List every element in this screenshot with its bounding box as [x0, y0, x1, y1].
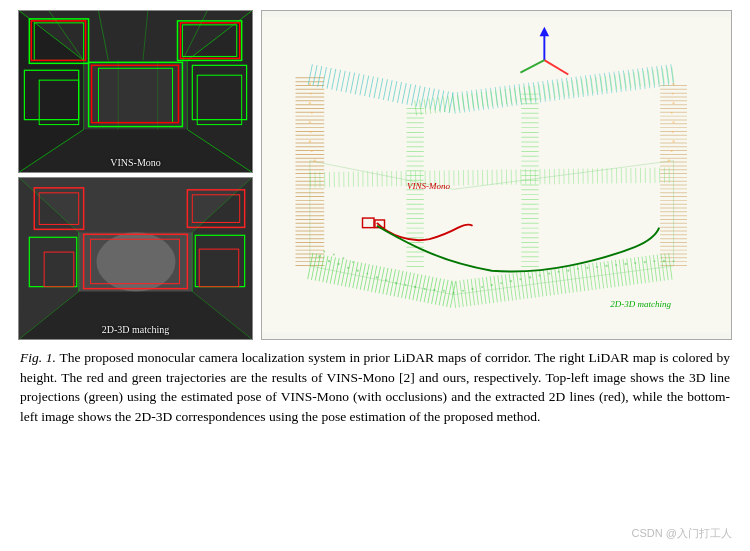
- bottom-left-label: 2D-3D matching: [102, 324, 170, 335]
- lidar-vins-label: VINS-Mono: [407, 181, 450, 191]
- svg-point-83: [366, 273, 368, 275]
- caption-text: Fig. 1. The proposed monocular camera lo…: [20, 348, 730, 426]
- lidar-map: VINS-Mono 2D-3D matching: [262, 11, 731, 339]
- bottom-left-image: 2D-3D matching: [18, 177, 253, 340]
- svg-point-81: [352, 261, 354, 263]
- svg-point-127: [672, 140, 674, 142]
- svg-point-92: [452, 292, 454, 294]
- svg-point-96: [491, 284, 493, 286]
- right-lidar-image: VINS-Mono 2D-3D matching: [261, 10, 732, 340]
- svg-point-103: [558, 271, 560, 273]
- left-images: VINS-Mono: [18, 10, 253, 340]
- svg-point-121: [311, 112, 313, 114]
- svg-point-79: [342, 257, 344, 259]
- svg-point-114: [663, 260, 665, 262]
- svg-point-97: [500, 282, 502, 284]
- svg-point-128: [672, 131, 674, 133]
- svg-point-118: [309, 140, 311, 142]
- svg-point-74: [318, 255, 320, 257]
- svg-point-124: [309, 83, 311, 85]
- svg-point-102: [548, 272, 550, 274]
- svg-point-117: [311, 150, 313, 152]
- svg-point-76: [328, 260, 330, 262]
- svg-point-90: [433, 289, 435, 291]
- svg-point-94: [471, 288, 473, 290]
- svg-point-108: [605, 265, 607, 267]
- svg-point-115: [673, 260, 675, 262]
- watermark: CSDN @入门打工人: [632, 526, 732, 541]
- svg-point-109: [615, 264, 617, 266]
- main-container: VINS-Mono: [0, 0, 750, 551]
- svg-point-107: [596, 266, 598, 268]
- svg-point-100: [529, 276, 531, 278]
- svg-point-111: [634, 262, 636, 264]
- svg-point-125: [668, 159, 670, 161]
- svg-point-75: [323, 251, 325, 253]
- svg-point-82: [357, 270, 359, 272]
- svg-point-131: [672, 102, 674, 104]
- caption-body: The proposed monocular camera localizati…: [20, 350, 730, 424]
- images-row: VINS-Mono: [18, 10, 732, 340]
- svg-point-133: [672, 83, 674, 85]
- svg-point-91: [443, 290, 445, 292]
- svg-point-123: [310, 93, 312, 95]
- svg-point-86: [395, 282, 397, 284]
- svg-point-85: [385, 279, 387, 281]
- svg-point-87: [405, 284, 407, 286]
- watermark-text: CSDN @入门打工人: [632, 527, 732, 539]
- svg-point-84: [376, 276, 378, 278]
- svg-point-89: [424, 288, 426, 290]
- svg-point-80: [347, 267, 349, 269]
- svg-point-99: [519, 278, 521, 280]
- svg-point-98: [510, 280, 512, 282]
- fig-label: Fig. 1.: [20, 350, 56, 365]
- svg-point-113: [653, 260, 655, 262]
- svg-point-88: [414, 286, 416, 288]
- top-left-image: VINS-Mono: [18, 10, 253, 173]
- caption-area: Fig. 1. The proposed monocular camera lo…: [18, 348, 732, 426]
- svg-point-126: [671, 150, 673, 152]
- svg-point-119: [310, 131, 312, 133]
- lidar-2d3d-label: 2D-3D matching: [610, 299, 671, 309]
- svg-point-129: [672, 121, 674, 123]
- svg-point-116: [313, 159, 315, 161]
- svg-point-112: [644, 261, 646, 263]
- svg-point-130: [671, 112, 673, 114]
- svg-point-101: [539, 275, 541, 277]
- svg-point-105: [577, 268, 579, 270]
- top-left-label: VINS-Mono: [110, 157, 161, 168]
- svg-point-93: [462, 290, 464, 292]
- svg-point-77: [333, 253, 335, 255]
- svg-point-110: [625, 263, 627, 265]
- svg-point-78: [337, 263, 339, 265]
- svg-point-104: [567, 270, 569, 272]
- svg-point-120: [309, 121, 311, 123]
- svg-marker-5: [84, 60, 188, 129]
- svg-point-106: [586, 267, 588, 269]
- svg-point-37: [96, 232, 175, 291]
- svg-point-95: [481, 286, 483, 288]
- svg-point-132: [672, 93, 674, 95]
- svg-point-122: [309, 102, 311, 104]
